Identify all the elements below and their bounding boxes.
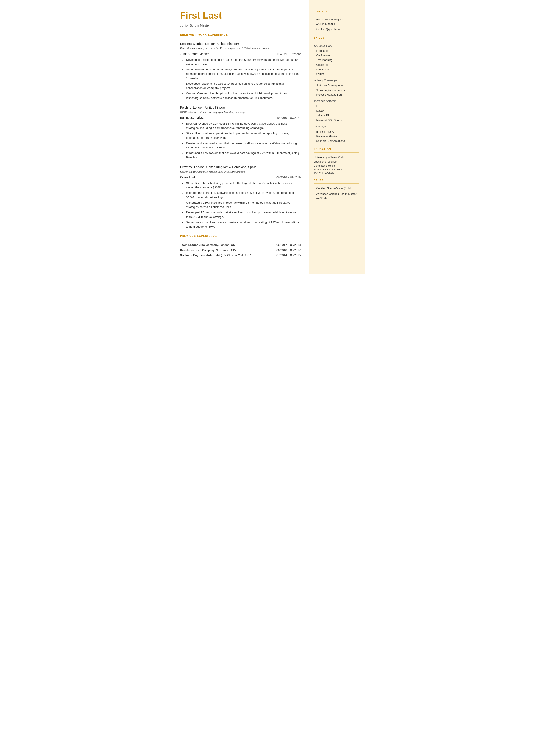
divider-contact (314, 15, 359, 15)
divider-previous (180, 239, 301, 239)
job-title-1: Junior Scrum Master (180, 52, 209, 56)
industry-skills-list: Software Development Scaled Agile Framew… (314, 84, 359, 97)
prev-job-row-1: Team Leader, ABC Company, London, UK 06/… (180, 243, 301, 247)
divider-skills (314, 41, 359, 41)
technical-label: Technical Skills: (314, 44, 359, 48)
bullet-1-1: Developed and conducted 17 training on t… (182, 58, 301, 67)
education-heading: EDUCATION (314, 147, 359, 151)
previous-exp-heading: PREVIOUS EXPERIENCE (180, 234, 301, 238)
bullet-1-3: Developed relationships across 14 busine… (182, 82, 301, 91)
bullet-2-1: Boosted revenue by 91% over 13 months by… (182, 122, 301, 130)
prev-job-title-3: Software Engineer (Internship), ABC, New… (180, 253, 251, 257)
bullet-1-2: Supervised the development and QA teams … (182, 68, 301, 81)
other-block: Certified ScrumMaster (CSM). Advanced Ce… (314, 186, 359, 200)
resume-page: First Last Junior Scrum Master RELEVANT … (171, 0, 365, 274)
bullets-2: Boosted revenue by 91% over 13 months by… (180, 122, 301, 160)
job-block-1: Resume Worded, London, United Kingdom Ed… (180, 42, 301, 100)
company-name-3: Growthsi, London, United Kingdom & Barce… (180, 165, 301, 170)
skill-confluence: Confluence (314, 53, 359, 58)
bullet-3-5: Served as a consultant over a cross-func… (182, 220, 301, 229)
technical-skills-list: Facilitation Confluence Test Planning Co… (314, 49, 359, 76)
contact-address: Essex, United Kingdom (314, 18, 359, 22)
edu-degree-1: Bachelor of Science (314, 160, 359, 164)
industry-label: Industry Knowledge: (314, 78, 359, 83)
bullet-1-4: Created C++ and JavaScript coding langua… (182, 91, 301, 100)
skill-scrum: Scrum (314, 72, 359, 76)
name: First Last (180, 9, 301, 22)
prev-job-dates-1: 06/2017 – 05/2018 (276, 243, 301, 247)
skill-facilitation: Facilitation (314, 49, 359, 53)
company-desc-2: NYSE-listed recruitment and employer bra… (180, 110, 301, 114)
tools-label: Tools and Software: (314, 99, 359, 103)
other-item-1: Certified ScrumMaster (CSM). (314, 186, 359, 190)
job-title-3: Consultant (180, 175, 195, 180)
job-row-3: Consultant 06/2018 – 09/2019 (180, 175, 301, 180)
bullets-1: Developed and conducted 17 training on t… (180, 58, 301, 100)
skill-coaching: Coaching (314, 63, 359, 67)
edu-dates-1: 10/2011 - 06/2014 (314, 172, 359, 176)
bullet-3-4: Developed 17 new methods that streamline… (182, 210, 301, 219)
contact-phone: +44 123456789 (314, 23, 359, 27)
job-row-1: Junior Scrum Master 08/2021 – Present (180, 52, 301, 56)
skill-jakarta: Jakarta EE (314, 114, 359, 118)
skill-english: English (Native) (314, 130, 359, 134)
prev-job-row-3: Software Engineer (Internship), ABC, New… (180, 253, 301, 257)
skill-itil: ITIL (314, 104, 359, 108)
contact-list: Essex, United Kingdom +44 123456789 firs… (314, 18, 359, 32)
edu-location-1: New York City, New York (314, 168, 359, 172)
other-item-2: Advanced Certified Scrum Master (A-CSM). (314, 192, 359, 200)
edu-field-1: Computer Science (314, 164, 359, 168)
skill-integration: Integration (314, 68, 359, 72)
relevant-work-heading: RELEVANT WORK EXPERIENCE (180, 33, 301, 37)
edu-block-1: University of New York Bachelor of Scien… (314, 155, 359, 176)
other-heading: OTHER (314, 179, 359, 182)
left-column: First Last Junior Scrum Master RELEVANT … (171, 0, 309, 274)
skills-heading: SKILLS (314, 36, 359, 40)
bullet-3-3: Generated a 150% increase in revenue wit… (182, 201, 301, 210)
contact-heading: CONTACT (314, 10, 359, 14)
skill-software-dev: Software Development (314, 84, 359, 88)
job-block-2: Polyhire, London, United Kingdom NYSE-li… (180, 105, 301, 160)
prev-job-row-2: Developer, XYZ Company, New York, USA 06… (180, 248, 301, 252)
prev-job-title-2: Developer, XYZ Company, New York, USA (180, 248, 236, 252)
languages-skills-list: English (Native) Romanian (Native) Spani… (314, 130, 359, 143)
skill-test-planning: Test Planning (314, 58, 359, 62)
divider-relevant (180, 38, 301, 38)
skill-romanian: Romanian (Native) (314, 134, 359, 138)
skill-mssql: Microsoft SQL Server (314, 118, 359, 123)
bullet-2-2: Streamlined business operations by imple… (182, 131, 301, 140)
job-title: Junior Scrum Master (180, 23, 301, 28)
skill-process-mgmt: Process Management (314, 93, 359, 97)
right-column: CONTACT Essex, United Kingdom +44 123456… (309, 0, 365, 274)
company-desc-1: Education technology startup with 50+ em… (180, 46, 301, 50)
bullet-3-2: Migrated the data of 2K Growthsi clients… (182, 191, 301, 200)
job-dates-1: 08/2021 – Present (277, 52, 300, 56)
company-desc-3: Career training and membership SaaS with… (180, 170, 301, 174)
job-title-2: Business Analyst (180, 116, 204, 120)
languages-label: Languages: (314, 125, 359, 129)
company-name-1: Resume Worded, London, United Kingdom (180, 42, 301, 46)
previous-jobs-block: Team Leader, ABC Company, London, UK 06/… (180, 243, 301, 257)
company-name-2: Polyhire, London, United Kingdom (180, 105, 301, 110)
skill-spanish: Spanish (Conversational) (314, 139, 359, 143)
edu-school-1: University of New York (314, 155, 359, 159)
prev-job-title-1: Team Leader, ABC Company, London, UK (180, 243, 235, 247)
job-dates-2: 10/2019 – 07/2021 (276, 116, 301, 120)
skill-scaled-agile: Scaled Agile Framework (314, 88, 359, 93)
job-dates-3: 06/2018 – 09/2019 (276, 175, 301, 180)
skill-maven: Maven (314, 109, 359, 113)
bullet-2-4: Introduced a new system that achieved a … (182, 151, 301, 160)
job-block-3: Growthsi, London, United Kingdom & Barce… (180, 165, 301, 229)
bullet-3-1: Streamlined the scheduling process for t… (182, 181, 301, 190)
prev-job-dates-2: 06/2016 – 05/2017 (276, 248, 301, 252)
tools-skills-list: ITIL Maven Jakarta EE Microsoft SQL Serv… (314, 104, 359, 123)
job-row-2: Business Analyst 10/2019 – 07/2021 (180, 116, 301, 120)
contact-email: first.last@gmail.com (314, 28, 359, 32)
skills-wrapper: Technical Skills: Facilitation Confluenc… (314, 44, 359, 143)
bullets-3: Streamlined the scheduling process for t… (180, 181, 301, 229)
bullet-2-3: Created and executed a plan that decreas… (182, 141, 301, 150)
prev-job-dates-3: 07/2014 – 05/2015 (276, 253, 301, 257)
